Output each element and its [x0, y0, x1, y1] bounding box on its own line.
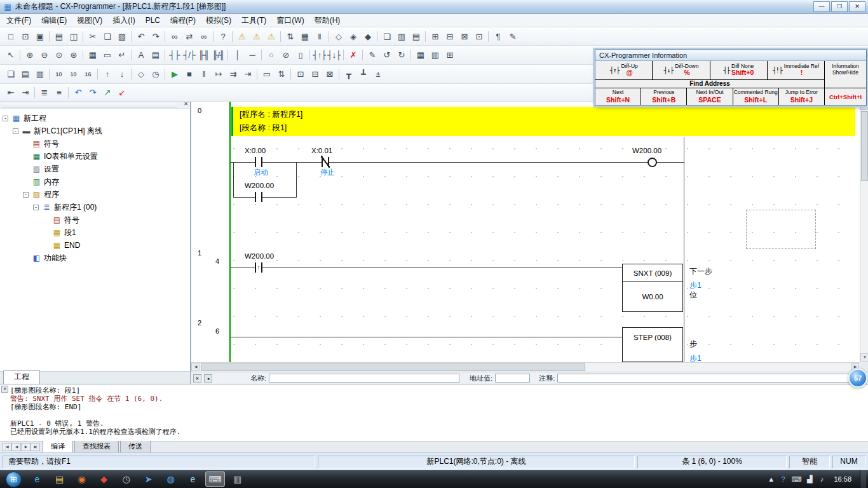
transfer-changes-icon[interactable]: ⇅	[274, 67, 288, 81]
menu-help[interactable]: 帮助(H)	[309, 13, 346, 28]
undo-icon[interactable]: ↶	[133, 30, 148, 43]
compile-icon[interactable]: ⚠	[234, 30, 249, 43]
grid-height-icon[interactable]: 16	[81, 67, 95, 81]
tree-expander-icon[interactable]: -	[23, 192, 29, 198]
close-button[interactable]: ✕	[849, 1, 865, 12]
explorer-icon[interactable]: ▤	[50, 471, 69, 487]
tree-item-end[interactable]: ▦ END	[0, 239, 190, 252]
taskbar-clock[interactable]: 16:58	[830, 475, 855, 483]
address-reference-icon[interactable]: ⊡	[471, 30, 486, 43]
toggle-row-icon[interactable]: ±	[370, 67, 385, 81]
tree-expander-icon[interactable]: -	[33, 205, 39, 210]
tree-item-program-symbols[interactable]: ▤ 符号	[0, 214, 190, 226]
cross-reference-icon[interactable]: ⊠	[457, 30, 471, 43]
comment-field[interactable]	[557, 374, 865, 383]
tree-item-section1[interactable]: ▦ 段1	[0, 226, 190, 239]
messenger-icon[interactable]: ➤	[139, 471, 158, 487]
print-icon[interactable]: ▤	[51, 30, 66, 43]
paste-icon[interactable]: ▧	[114, 30, 129, 43]
input-method-icon[interactable]: ▥	[227, 471, 247, 487]
sim-step-over-icon[interactable]: ⇉	[226, 67, 240, 81]
rung0-comment-banner[interactable]: [程序名 : 新程序1] [段名称 : 段1]	[231, 107, 855, 136]
new-coil-icon[interactable]: ○	[264, 48, 278, 62]
browse-forward-icon[interactable]: ↻	[394, 48, 409, 62]
watch-add-icon[interactable]: ⊞	[442, 48, 457, 62]
menu-tools[interactable]: 工具(T)	[236, 13, 271, 28]
copy-icon[interactable]: ❏	[100, 30, 114, 43]
output-close-icon[interactable]: ✕	[1, 386, 8, 393]
vertical-scroll-thumb[interactable]	[861, 111, 868, 181]
insert-row-icon[interactable]: ┳	[341, 67, 356, 81]
rung0-contact1[interactable]	[255, 157, 262, 167]
download-app-icon[interactable]: ◍	[161, 471, 180, 487]
tree-item-programs[interactable]: - ▨ 程序	[0, 188, 190, 201]
show-comments-icon[interactable]: ¶	[491, 30, 505, 43]
work-online-icon[interactable]: ⇅	[283, 30, 297, 43]
memory-view-icon[interactable]: ▥	[428, 48, 442, 62]
align-compact-icon[interactable]: ≡	[51, 86, 66, 99]
horizontal-scrollbar[interactable]: ◀ ▶	[191, 362, 860, 372]
follow-output-icon[interactable]: ↗	[100, 86, 114, 99]
zoom-100-icon[interactable]: ⊙	[51, 48, 66, 62]
wrap-rung-icon[interactable]: ↵	[114, 48, 129, 62]
security-app-icon[interactable]: ◆	[94, 471, 114, 487]
indent-left-icon[interactable]: ⇤	[3, 86, 18, 99]
save-icon[interactable]: ▣	[32, 30, 47, 43]
jump-back-icon[interactable]: ↶	[71, 86, 85, 99]
output-nav-last[interactable]: ▶|	[31, 443, 40, 451]
tile-horizontal-icon[interactable]: ▥	[394, 30, 409, 43]
new-window-icon[interactable]: ❏	[3, 67, 18, 81]
typing-app-icon[interactable]: ⌨	[205, 471, 225, 487]
cut-icon[interactable]: ✂	[85, 30, 100, 43]
menu-window[interactable]: 窗口(W)	[271, 13, 309, 28]
indent-right-icon[interactable]: ⇥	[18, 86, 32, 99]
find-next-icon[interactable]: ∞	[196, 30, 211, 43]
align-list-icon[interactable]: ≣	[37, 86, 51, 99]
new-or-contact-icon[interactable]: ╟╢	[196, 48, 211, 62]
new-closed-coil-icon[interactable]: ⊘	[278, 48, 293, 62]
tray-help-icon[interactable]: ?	[780, 475, 787, 483]
replace-icon[interactable]: ⇄	[182, 30, 196, 43]
zoom-out-icon[interactable]: ⊖	[37, 48, 51, 62]
menu-view[interactable]: 视图(V)	[72, 13, 107, 28]
tree-item-function-blocks[interactable]: ◧ 功能块	[0, 252, 190, 264]
title-bar[interactable]: ▦ 未命名標題 - CX-Programmer - [新PLC1.新程序1.段1…	[0, 0, 868, 14]
cascade-windows-icon[interactable]: ❏	[379, 30, 394, 43]
tree-expander-icon[interactable]: -	[13, 128, 18, 134]
rung1-snxt-instruction[interactable]: SNXT (009) W0.00	[622, 264, 683, 312]
tree-item-symbols[interactable]: ▤ 符号	[0, 137, 190, 150]
sim-pause-icon[interactable]: ‖	[196, 67, 211, 81]
tray-network-icon[interactable]: ▟	[806, 475, 813, 484]
jump-forward-icon[interactable]: ↷	[85, 86, 100, 99]
new-icon[interactable]: □	[3, 30, 18, 43]
horizontal-line-icon[interactable]: ─	[245, 48, 259, 62]
symbolbar-close-icon[interactable]: ✕	[193, 374, 201, 383]
run-mode-icon[interactable]: ◆	[360, 30, 375, 43]
tab-project[interactable]: 工程	[3, 370, 40, 384]
grid-width2-icon[interactable]: 10	[66, 67, 81, 81]
delete-row-icon[interactable]: ┻	[356, 67, 370, 81]
sim-stop-icon[interactable]: ■	[182, 67, 196, 81]
new-contact-icon[interactable]: ┤├	[167, 48, 182, 62]
watch-window-icon[interactable]: ⊞	[428, 30, 442, 43]
output-nav-prev[interactable]: ◀	[11, 443, 21, 451]
show-desktop-button[interactable]	[860, 470, 866, 488]
workspace-grip[interactable]: ✕	[0, 102, 190, 109]
browser2-icon[interactable]: e	[183, 471, 203, 487]
delete-icon[interactable]: ✗	[346, 48, 360, 62]
program-check-icon[interactable]: ⚠	[264, 30, 278, 43]
selection-icon[interactable]: ↖	[3, 48, 18, 62]
symbol-table-icon[interactable]: ▤	[148, 48, 163, 62]
zoom-fit-icon[interactable]: ⊛	[66, 48, 81, 62]
clock-pulse-icon[interactable]: ◷	[148, 67, 163, 81]
menu-edit[interactable]: 编辑(E)	[36, 13, 72, 28]
rung-comment-icon[interactable]: ▭	[100, 48, 114, 62]
scroll-left-icon[interactable]: ◀	[191, 363, 200, 371]
follow-input-icon[interactable]: ↙	[114, 86, 129, 99]
output-nav-next[interactable]: ▶	[21, 443, 31, 451]
rung0-output-coil[interactable]	[648, 158, 657, 167]
new-instruction-icon[interactable]: ▯	[293, 48, 308, 62]
new-closed-contact-icon[interactable]: ┤/├	[182, 48, 196, 62]
workspace-close-icon[interactable]: ✕	[184, 101, 188, 107]
menu-simulation[interactable]: 模拟(S)	[201, 13, 236, 28]
